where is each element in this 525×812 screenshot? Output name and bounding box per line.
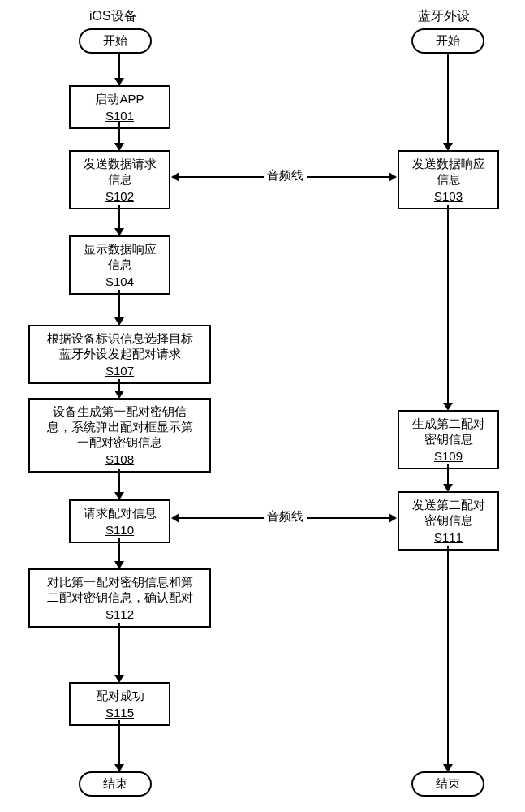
terminal-label: 开始 (436, 33, 460, 47)
step-id: S102 (105, 189, 134, 203)
arrowhead-down-icon (114, 764, 124, 772)
terminal-start-left: 开始 (79, 28, 152, 54)
arrow (118, 469, 120, 494)
terminal-start-right: 开始 (411, 28, 484, 54)
step-s109: 生成第二配对 密钥信息 S109 (398, 410, 499, 469)
arrowhead-right-icon (389, 172, 397, 182)
step-id: S108 (105, 452, 134, 466)
step-s111: 发送第二配对 密钥信息 S111 (398, 491, 499, 551)
step-s103: 发送数据响应 信息 S103 (398, 150, 499, 209)
arrow (118, 720, 120, 766)
step-text: 请求配对信息 (84, 506, 157, 521)
arrow (118, 290, 120, 319)
arrowhead-down-icon (114, 317, 124, 326)
step-id: S107 (105, 364, 134, 378)
step-text: 配对成功 (96, 689, 144, 704)
arrow (118, 53, 120, 80)
arrow (118, 623, 120, 676)
arrowhead-right-icon (389, 513, 397, 523)
edge-label-audio: 音频线 (264, 509, 307, 525)
arrow (447, 546, 449, 766)
arrowhead-down-icon (114, 391, 124, 399)
arrowhead-down-icon (114, 143, 124, 151)
step-text: 对比第一配对密钥信息和第 二配对密钥信息，确认配对 (47, 575, 193, 606)
step-id: S111 (434, 530, 463, 544)
step-id: S112 (105, 607, 134, 621)
step-text: 设备生成第一配对密钥信 息，系统弹出配对框显示第 一配对密钥信息 (47, 404, 193, 451)
arrow (118, 205, 120, 230)
arrowhead-left-icon (171, 172, 179, 182)
step-text: 启动APP (95, 92, 144, 107)
header-right: 蓝牙外设 (418, 8, 470, 25)
step-id: S104 (105, 274, 134, 288)
step-text: 根据设备标识信息选择目标 蓝牙外设发起配对请求 (47, 331, 193, 362)
arrowhead-down-icon (443, 484, 453, 492)
arrowhead-down-icon (114, 675, 124, 683)
arrowhead-down-icon (114, 228, 124, 236)
step-text: 生成第二配对 密钥信息 (412, 417, 485, 447)
arrow (118, 538, 120, 563)
terminal-label: 结束 (103, 776, 127, 790)
step-s102: 发送数据请求 信息 S102 (69, 150, 170, 209)
step-text: 发送数据响应 信息 (412, 157, 485, 188)
step-s112: 对比第一配对密钥信息和第 二配对密钥信息，确认配对 S112 (28, 568, 211, 628)
terminal-end-right: 结束 (411, 771, 484, 797)
arrow (118, 122, 120, 145)
arrowhead-down-icon (114, 78, 124, 86)
step-id: S110 (105, 523, 134, 537)
terminal-label: 开始 (103, 33, 127, 47)
arrowhead-down-icon (443, 403, 453, 411)
step-text: 显示数据响应 信息 (84, 242, 157, 273)
terminal-end-left: 结束 (79, 771, 152, 797)
step-s108: 设备生成第一配对密钥信 息，系统弹出配对框显示第 一配对密钥信息 S108 (28, 398, 211, 473)
arrowhead-down-icon (114, 561, 124, 569)
step-s115: 配对成功 S115 (69, 682, 170, 726)
step-id: S115 (105, 706, 134, 719)
arrow (447, 205, 449, 404)
step-text: 发送数据请求 信息 (84, 157, 157, 188)
arrowhead-left-icon (171, 513, 179, 523)
arrowhead-down-icon (443, 143, 453, 151)
arrowhead-down-icon (443, 764, 453, 772)
step-s107: 根据设备标识信息选择目标 蓝牙外设发起配对请求 S107 (28, 325, 211, 384)
arrow (447, 53, 449, 145)
terminal-label: 结束 (436, 776, 460, 790)
step-s110: 请求配对信息 S110 (69, 499, 170, 543)
step-id: S101 (105, 109, 134, 123)
step-text: 发送第二配对 密钥信息 (412, 498, 485, 529)
step-id: S109 (434, 449, 463, 463)
header-left: iOS设备 (89, 8, 137, 25)
step-s104: 显示数据响应 信息 S104 (69, 235, 170, 295)
step-id: S103 (434, 189, 463, 203)
edge-label-audio: 音频线 (264, 168, 307, 184)
arrow (447, 464, 449, 486)
arrowhead-down-icon (114, 492, 124, 500)
